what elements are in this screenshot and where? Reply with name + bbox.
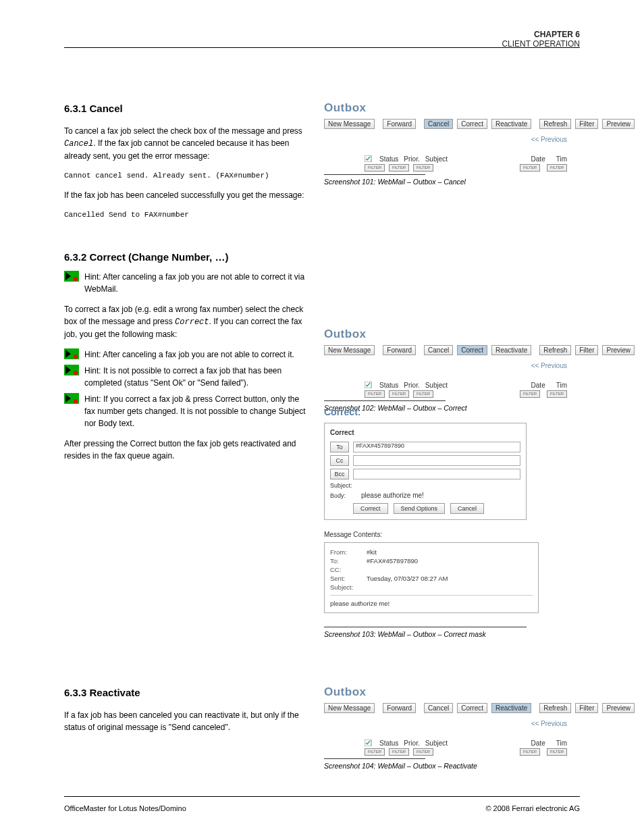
hint-icon	[64, 348, 79, 359]
correct-button[interactable]: Correct	[457, 345, 487, 355]
footer-left: OfficeMaster for Lotus Notes/Domino	[64, 804, 186, 812]
outbox-title: Outbox	[324, 101, 567, 115]
correct-button-ref: Correct	[175, 317, 209, 327]
cancel-button[interactable]: Cancel	[424, 703, 453, 713]
heading-reactivate: 6.3.3 Reactivate	[64, 685, 307, 701]
correct-p2: After pressing the Correct button the fa…	[64, 438, 307, 462]
to-field[interactable]: #FAX#457897890	[353, 442, 520, 452]
checkbox-icon	[365, 382, 374, 388]
preview-button[interactable]: Preview	[602, 345, 635, 355]
reactivate-p1: If a fax job has been canceled you can r…	[64, 709, 307, 733]
message-contents-title: Message Contents:	[324, 531, 527, 538]
section-correct: 6.3.2 Correct (Change Number, …) Hint: A…	[64, 250, 307, 470]
footer-right: © 2008 Ferrari electronic AG	[485, 804, 580, 812]
svg-point-6	[74, 355, 78, 359]
filter-button[interactable]: Filter	[575, 703, 598, 713]
table-header: StatusPrior.Subject DateTim	[324, 155, 567, 163]
correct-form-title: Correct:	[324, 407, 527, 417]
send-options-button[interactable]: Send Options	[394, 503, 446, 514]
footer-rule	[64, 796, 580, 797]
refresh-button[interactable]: Refresh	[539, 119, 571, 129]
reactivate-button[interactable]: Reactivate	[491, 119, 531, 129]
cancel-ok-msg: Cancelled Send to FAX#number	[64, 209, 307, 221]
caption-104: Screenshot 104: WebMail – Outbox – React…	[324, 762, 577, 770]
previous-link[interactable]: << Previous	[324, 136, 567, 143]
caption-103: Screenshot 103: WebMail – Outbox – Corre…	[324, 630, 577, 638]
svg-point-9	[74, 371, 78, 375]
filter-button[interactable]: Filter	[575, 345, 598, 355]
forward-button[interactable]: Forward	[383, 703, 416, 713]
forward-button[interactable]: Forward	[383, 345, 416, 355]
cancel-error-msg: Cannot cancel send. Already sent. (FAX#n…	[64, 170, 307, 182]
bcc-button[interactable]: Bcc	[330, 469, 349, 479]
bcc-field[interactable]	[353, 469, 520, 479]
svg-point-3	[74, 277, 78, 281]
section-cancel: 6.3.1 Cancel To cancel a fax job select …	[64, 101, 307, 221]
correct-button[interactable]: Correct	[457, 119, 487, 129]
page-header: CHAPTER 6 CLIENT OPERATION	[502, 30, 580, 49]
hint-icon	[64, 393, 79, 404]
to-button[interactable]: To	[330, 442, 349, 452]
filter-box[interactable]: FILTER	[365, 164, 385, 172]
correct-form: Correct To #FAX#457897890 Cc Bcc Subject…	[324, 423, 527, 520]
correct-button[interactable]: Correct	[457, 703, 487, 713]
outbox-toolbar: New Message Forward Cancel Correct React…	[324, 119, 567, 129]
new-message-button[interactable]: New Message	[324, 345, 375, 355]
preview-button[interactable]: Preview	[602, 119, 635, 129]
correct-submit-button[interactable]: Correct	[353, 503, 388, 514]
correct-p1: To correct a fax job (e.g. edit a wrong …	[64, 303, 307, 340]
new-message-button[interactable]: New Message	[324, 119, 375, 129]
forward-button[interactable]: Forward	[383, 119, 416, 129]
screenshot-104: Outbox New Message Forward Cancel Correc…	[324, 685, 577, 770]
refresh-button[interactable]: Refresh	[539, 345, 571, 355]
caption-101: Screenshot 101: WebMail – Outbox – Cance…	[324, 178, 577, 186]
reactivate-button[interactable]: Reactivate	[491, 345, 531, 355]
cancel-button[interactable]: Cancel	[424, 119, 453, 129]
svg-point-12	[74, 399, 78, 403]
heading-cancel: 6.3.1 Cancel	[64, 101, 307, 117]
preview-button[interactable]: Preview	[602, 703, 635, 713]
hint-icon	[64, 271, 79, 282]
new-message-button[interactable]: New Message	[324, 703, 375, 713]
cancel-p2: If the fax job has been canceled success…	[64, 189, 307, 201]
filter-button[interactable]: Filter	[575, 119, 598, 129]
hint-4: Hint: If you correct a fax job & press C…	[64, 393, 307, 429]
cancel-button[interactable]: Cancel	[424, 345, 453, 355]
cancel-p1: To cancel a fax job select the check box…	[64, 125, 307, 162]
reactivate-button[interactable]: Reactivate	[491, 703, 531, 713]
cc-field[interactable]	[353, 455, 520, 466]
section-reactivate: 6.3.3 Reactivate If a fax job has been c…	[64, 685, 307, 741]
checkbox-icon	[365, 155, 374, 162]
screenshot-103: Correct: Correct To #FAX#457897890 Cc Bc…	[324, 407, 577, 638]
hint-1: Hint: After canceling a fax job you are …	[64, 271, 307, 295]
checkbox-icon	[365, 739, 374, 746]
message-contents: From:#kit To:#FAX#457897890 CC: Sent:Tue…	[324, 542, 539, 613]
screenshot-102: Outbox New Message Forward Cancel Correc…	[324, 328, 577, 412]
cancel-button-ref: Cancel	[64, 139, 93, 149]
refresh-button[interactable]: Refresh	[539, 703, 571, 713]
cc-button[interactable]: Cc	[330, 455, 349, 466]
hint-icon	[64, 365, 79, 375]
screenshot-101: Outbox New Message Forward Cancel Correc…	[324, 101, 577, 186]
hint-2: Hint: After canceling a fax job you are …	[64, 348, 307, 361]
hint-3: Hint: It is not possible to correct a fa…	[64, 365, 307, 389]
cancel-form-button[interactable]: Cancel	[450, 503, 484, 514]
heading-correct: 6.3.2 Correct (Change Number, …)	[64, 250, 307, 265]
